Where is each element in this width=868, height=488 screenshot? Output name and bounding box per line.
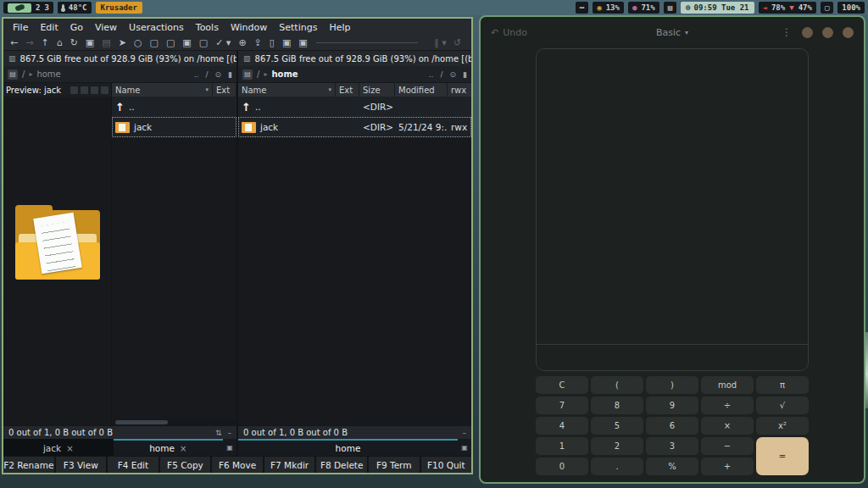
crumb-up-button[interactable]: .. — [194, 70, 199, 79]
digit-0-button[interactable]: 0 — [536, 458, 588, 475]
add-button[interactable]: + — [701, 458, 754, 475]
left-col-ext[interactable]: Ext — [213, 83, 236, 97]
divide-button[interactable]: ÷ — [701, 396, 754, 414]
close-button[interactable] — [843, 27, 854, 38]
subtract-button[interactable]: − — [701, 437, 754, 455]
digit-5-button[interactable]: 5 — [591, 417, 643, 435]
f4-edit-button[interactable]: F4 Edit — [108, 457, 159, 473]
digit-9-button[interactable]: 9 — [646, 396, 698, 414]
equal-panels-icon[interactable]: ▣ — [86, 36, 94, 50]
menu-kebab-icon[interactable]: ⋮ — [782, 26, 792, 38]
maximize-button[interactable] — [822, 27, 833, 38]
close-icon[interactable]: × — [66, 444, 73, 453]
eject-icon[interactable]: ⇪ — [254, 36, 262, 50]
mode-selector[interactable]: Basic ▾ — [656, 27, 688, 38]
minimize-button[interactable] — [802, 27, 813, 38]
workspace-active[interactable] — [8, 3, 31, 13]
digit-2-button[interactable]: 2 — [591, 437, 643, 455]
right-free-space-bar[interactable]: ▥ 867.5 GiB free out of 928.9 GiB (93%) … — [238, 51, 471, 66]
equal-panels-other-icon[interactable]: ▤ — [102, 36, 110, 50]
right-row-jack[interactable]: jack <DIR> 5/21/24 9:… rwx — [238, 117, 471, 137]
menu-file[interactable]: File — [7, 22, 34, 33]
percent-button[interactable]: % — [646, 458, 698, 475]
new-archive-icon[interactable]: ▢ — [199, 36, 208, 50]
f3-view-button[interactable]: F3 View — [56, 457, 107, 473]
pointer-mode-icon[interactable]: ➤ — [119, 36, 126, 50]
menu-go[interactable]: Go — [64, 22, 89, 33]
scrollbar-thumb[interactable] — [115, 420, 168, 424]
open-paren-button[interactable]: ( — [591, 376, 643, 394]
digit-3-button[interactable]: 3 — [646, 437, 698, 455]
sync-view-icon[interactable]: ⇅ — [215, 429, 222, 437]
f2-rename-button[interactable]: F2 Rename — [3, 457, 54, 473]
display-widget[interactable]: ▢ — [821, 2, 833, 14]
crumb-up-button[interactable]: .. — [429, 70, 434, 79]
close-icon[interactable]: × — [180, 444, 186, 453]
multiply-button[interactable]: × — [701, 417, 754, 435]
home-icon[interactable]: ⌂ — [57, 36, 63, 50]
digit-4-button[interactable]: 4 — [536, 417, 588, 435]
history-icon[interactable]: ⊙ — [450, 70, 457, 79]
sqrt-button[interactable]: √ — [756, 396, 809, 414]
tab-home-left[interactable]: home × — [114, 439, 224, 456]
up-icon[interactable]: ↑ — [41, 36, 48, 50]
preview-zoom-in-icon[interactable] — [70, 86, 78, 94]
decimal-point-button[interactable]: . — [591, 458, 643, 475]
pause-jobs-icon[interactable]: ‖ ▾ — [434, 36, 447, 50]
new-file-icon[interactable]: ▣ — [182, 36, 191, 50]
tray-dots-widget[interactable]: ⋯ — [576, 2, 588, 14]
left-free-space-bar[interactable]: ▥ 867.5 GiB free out of 928.9 GiB (93%) … — [3, 51, 236, 66]
trash-icon[interactable]: ▯ — [270, 36, 275, 50]
copy-file-icon[interactable]: ▢ — [150, 36, 159, 50]
left-col-name[interactable]: Name ▾ — [112, 83, 213, 97]
preview-fit-icon[interactable] — [91, 86, 98, 94]
collapse-icon[interactable]: – — [228, 429, 232, 437]
clear-button[interactable]: C — [536, 376, 588, 394]
clock-widget[interactable]: ⊙ 09:59 Tue 21 — [681, 2, 754, 14]
menu-view[interactable]: View — [89, 22, 123, 33]
workspace-3[interactable]: 3 — [44, 3, 48, 12]
checksum-icon[interactable]: ✓ ▾ — [215, 36, 231, 50]
right-col-modified[interactable]: Modified — [395, 83, 448, 97]
cpu-widget[interactable]: ◉ 13% — [593, 2, 624, 14]
left-horizontal-scrollbar[interactable] — [114, 419, 235, 425]
menu-help[interactable]: Help — [323, 22, 356, 33]
sync-icon[interactable]: ⊕ — [238, 36, 246, 50]
box-b-icon[interactable]: ▣ — [298, 36, 307, 50]
forward-icon[interactable]: → — [25, 36, 33, 50]
undo-icon[interactable]: ↺ — [453, 36, 461, 50]
digit-6-button[interactable]: 6 — [646, 417, 698, 435]
taskbar-krusader-button[interactable]: Krusader — [96, 2, 142, 14]
f10-quit-button[interactable]: F10 Quit — [421, 457, 472, 473]
pi-button[interactable]: π — [756, 376, 809, 394]
place-icon[interactable]: ▤ — [8, 69, 18, 80]
undo-button[interactable]: ↶ Undo — [491, 27, 527, 38]
breadcrumb-segment-home[interactable]: home — [36, 69, 60, 79]
history-icon[interactable]: ⊙ — [215, 70, 222, 79]
digit-1-button[interactable]: 1 — [536, 437, 588, 455]
tab-jack[interactable]: jack × — [3, 439, 114, 456]
preview-detach-icon[interactable] — [101, 86, 108, 94]
right-col-size[interactable]: Size — [359, 83, 395, 97]
temperature-widget[interactable]: 48°C — [58, 2, 92, 14]
menu-useractions[interactable]: Useractions — [123, 22, 190, 33]
left-row-parent[interactable]: ↑ .. — [112, 97, 236, 117]
close-paren-button[interactable]: ) — [646, 376, 698, 394]
box-a-icon[interactable]: ▣ — [282, 36, 291, 50]
new-tab-icon[interactable]: ▣ — [458, 439, 471, 456]
right-col-ext[interactable]: Ext — [336, 83, 359, 97]
back-icon[interactable]: ← — [10, 36, 18, 50]
breadcrumb-root[interactable]: / — [257, 69, 259, 79]
workspace-switcher[interactable]: 2 3 — [3, 2, 53, 14]
menu-settings[interactable]: Settings — [273, 22, 323, 33]
search-icon[interactable]: ○ — [134, 36, 142, 50]
right-col-name[interactable]: Name ▾ — [238, 83, 336, 97]
refresh-icon[interactable]: ↻ — [70, 36, 78, 50]
new-tab-icon[interactable]: ▣ — [223, 439, 236, 456]
right-list-body[interactable]: ↑ .. <DIR> jack < — [238, 97, 471, 425]
menu-edit[interactable]: Edit — [34, 22, 64, 33]
menu-window[interactable]: Window — [225, 22, 273, 33]
entry-field[interactable] — [537, 344, 808, 370]
crumb-root-button[interactable]: / — [440, 70, 442, 79]
breadcrumb-root[interactable]: / — [22, 69, 25, 79]
